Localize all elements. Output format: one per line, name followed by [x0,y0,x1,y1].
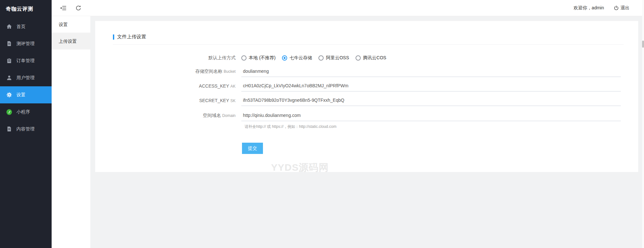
secret-key-label: SECRET_KEYSK [95,98,236,103]
watermark-text: YYDS源码网 [271,161,329,174]
clipboard-icon [6,58,12,63]
access-key-label: ACCESS_KEYAK [95,83,236,89]
document-icon [6,126,12,132]
access-key-row: ACCESS_KEYAK [95,81,638,91]
sidebar-item-label: 订单管理 [16,58,35,64]
domain-hint: 请补全http:// 或 https://，例如：http://static.c… [245,124,337,129]
submit-button[interactable]: 提交 [242,143,263,154]
radio-circle-checked [282,55,287,61]
sidebar-item-miniprogram[interactable]: 小程序 [0,103,52,120]
sidebar-item-user-mgmt[interactable]: 用户管理 [0,69,52,86]
secret-key-input[interactable] [241,95,621,106]
secondary-sidebar: 设置 上传设置 [52,16,90,248]
collapse-sidebar-icon[interactable] [60,5,67,11]
user-icon [6,75,12,81]
vertical-scrollbar[interactable] [642,0,644,248]
subsidebar-item-upload-settings[interactable]: 上传设置 [52,33,90,50]
bucket-label: 存储空间名称Bucket [95,69,236,74]
radio-local[interactable]: 本地 (不推荐) [241,55,276,61]
domain-input[interactable] [241,110,621,121]
subsidebar-item-settings[interactable]: 设置 [52,16,90,33]
radio-qiniu[interactable]: 七牛云存储 [282,55,312,61]
sidebar-item-home[interactable]: 首页 [0,18,52,35]
logout-label: 退出 [620,5,629,11]
sidebar-item-label: 用户管理 [16,75,35,81]
radio-circle [356,55,361,61]
refresh-icon[interactable] [75,5,82,11]
sidebar-item-review-mgmt[interactable]: 测评管理 [0,35,52,52]
sidebar-item-label: 设置 [16,92,25,98]
sidebar-item-order-mgmt[interactable]: 订单管理 [0,52,52,69]
radio-circle [318,55,324,61]
domain-row: 空间域名Domain [95,110,638,121]
miniprogram-icon [6,109,12,115]
radio-aliyun-oss[interactable]: 阿里云OSS [318,55,349,61]
content-area: 文件上传设置 默认上传方式 本地 (不推荐) 七牛云存储 [90,16,644,248]
sidebar-item-label: 内容管理 [16,126,35,132]
sidebar-item-settings[interactable]: 设置 [0,86,52,103]
sidebar-item-label: 首页 [16,24,25,30]
bucket-row: 存储空间名称Bucket [95,66,638,77]
title-accent-bar [113,34,114,40]
sidebar-item-label: 测评管理 [16,41,35,47]
logout-button[interactable]: 退出 [614,5,629,11]
title-divider [113,44,624,45]
sidebar-item-label: 小程序 [16,109,30,115]
upload-settings-card: 文件上传设置 默认上传方式 本地 (不推荐) 七牛云存储 [95,21,638,172]
domain-label: 空间域名Domain [95,113,236,119]
upload-mode-label: 默认上传方式 [95,55,236,61]
power-icon [614,5,619,11]
app-logo: 奇咖云评测 [0,0,52,18]
radio-tencent-cos[interactable]: 腾讯云COS [356,55,386,61]
page-title: 文件上传设置 [113,34,146,40]
document-icon [6,41,12,46]
gear-icon [6,92,12,98]
upload-mode-radio-group: 本地 (不推荐) 七牛云存储 阿里云OSS 腾讯云COS [241,55,393,61]
access-key-input[interactable] [241,81,621,91]
topbar-right: 欢迎你，admin 退出 [574,5,644,11]
admin-app: 奇咖云评测 首页 测评管理 订单管理 用户管理 [0,0,644,248]
scrollbar-thumb[interactable] [642,41,644,48]
main-sidebar: 奇咖云评测 首页 测评管理 订单管理 用户管理 [0,0,52,248]
welcome-text: 欢迎你，admin [574,5,604,11]
home-icon [6,24,12,29]
sidebar-item-content-mgmt[interactable]: 内容管理 [0,120,52,138]
topbar: 欢迎你，admin 退出 [52,0,644,16]
upload-mode-row: 默认上传方式 本地 (不推荐) 七牛云存储 阿里云OSS [95,54,638,62]
secret-key-row: SECRET_KEYSK [95,95,638,106]
radio-circle [241,55,247,61]
bucket-input[interactable] [241,66,621,77]
